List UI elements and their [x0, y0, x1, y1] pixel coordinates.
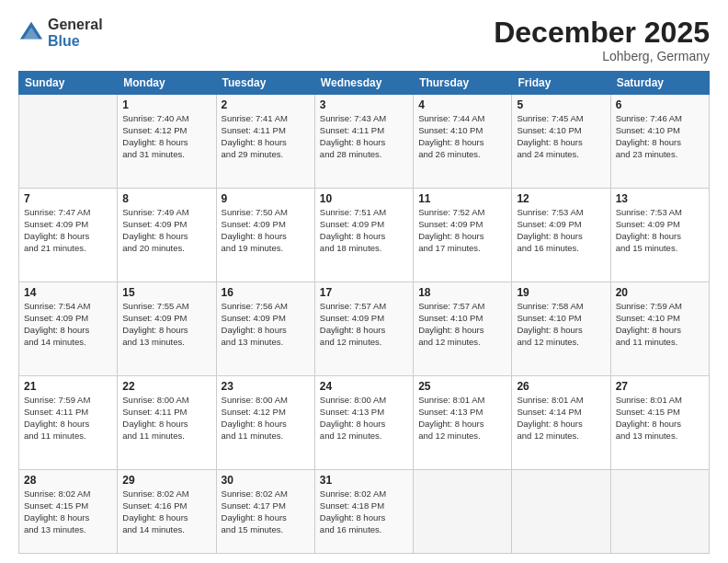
- month-year-title: December 2025: [494, 17, 710, 49]
- day-info: Sunrise: 8:00 AM Sunset: 4:11 PM Dayligh…: [122, 395, 210, 442]
- table-row: 19Sunrise: 7:58 AM Sunset: 4:10 PM Dayli…: [512, 282, 610, 376]
- day-number: 8: [122, 192, 210, 205]
- table-row: 31Sunrise: 8:02 AM Sunset: 4:18 PM Dayli…: [314, 470, 413, 554]
- day-number: 27: [616, 380, 704, 393]
- table-row: 2Sunrise: 7:41 AM Sunset: 4:11 PM Daylig…: [216, 95, 314, 189]
- table-row: 21Sunrise: 7:59 AM Sunset: 4:11 PM Dayli…: [19, 376, 118, 470]
- day-number: 31: [320, 474, 408, 487]
- table-row: 3Sunrise: 7:43 AM Sunset: 4:11 PM Daylig…: [314, 95, 413, 189]
- table-row: 1Sunrise: 7:40 AM Sunset: 4:12 PM Daylig…: [118, 95, 216, 189]
- day-number: 20: [616, 286, 704, 299]
- day-number: 2: [222, 98, 310, 111]
- day-info: Sunrise: 7:49 AM Sunset: 4:09 PM Dayligh…: [122, 207, 210, 254]
- day-info: Sunrise: 7:43 AM Sunset: 4:11 PM Dayligh…: [320, 113, 408, 160]
- page: General Blue December 2025 Lohberg, Germ…: [0, 0, 728, 563]
- day-info: Sunrise: 7:54 AM Sunset: 4:09 PM Dayligh…: [24, 301, 112, 348]
- table-row: 4Sunrise: 7:44 AM Sunset: 4:10 PM Daylig…: [414, 95, 512, 189]
- day-number: 5: [517, 98, 605, 111]
- table-row: 13Sunrise: 7:53 AM Sunset: 4:09 PM Dayli…: [610, 189, 709, 282]
- col-saturday: Saturday: [610, 72, 709, 95]
- day-number: 12: [517, 192, 605, 205]
- day-number: 26: [517, 380, 605, 393]
- logo-icon: [18, 20, 44, 46]
- day-number: 13: [616, 192, 704, 205]
- table-row: 23Sunrise: 8:00 AM Sunset: 4:12 PM Dayli…: [216, 376, 314, 470]
- title-block: December 2025 Lohberg, Germany: [494, 17, 710, 63]
- day-info: Sunrise: 7:58 AM Sunset: 4:10 PM Dayligh…: [517, 301, 605, 348]
- table-row: 28Sunrise: 8:02 AM Sunset: 4:15 PM Dayli…: [19, 470, 118, 554]
- logo: General Blue: [18, 17, 103, 49]
- col-tuesday: Tuesday: [216, 72, 314, 95]
- day-info: Sunrise: 7:57 AM Sunset: 4:09 PM Dayligh…: [320, 301, 408, 348]
- day-number: 23: [222, 380, 310, 393]
- day-info: Sunrise: 7:53 AM Sunset: 4:09 PM Dayligh…: [616, 207, 704, 254]
- day-number: 30: [222, 474, 310, 487]
- table-row: 8Sunrise: 7:49 AM Sunset: 4:09 PM Daylig…: [118, 189, 216, 282]
- day-info: Sunrise: 7:52 AM Sunset: 4:09 PM Dayligh…: [418, 207, 506, 254]
- logo-blue-text: Blue: [48, 33, 103, 50]
- table-row: 17Sunrise: 7:57 AM Sunset: 4:09 PM Dayli…: [314, 282, 413, 376]
- table-row: [19, 95, 118, 189]
- day-info: Sunrise: 7:47 AM Sunset: 4:09 PM Dayligh…: [24, 207, 112, 254]
- day-number: 9: [222, 192, 310, 205]
- calendar-table: Sunday Monday Tuesday Wednesday Thursday…: [18, 71, 710, 554]
- day-info: Sunrise: 7:40 AM Sunset: 4:12 PM Dayligh…: [122, 113, 210, 160]
- day-number: 16: [222, 286, 310, 299]
- day-number: 11: [418, 192, 506, 205]
- table-row: 22Sunrise: 8:00 AM Sunset: 4:11 PM Dayli…: [118, 376, 216, 470]
- day-info: Sunrise: 7:56 AM Sunset: 4:09 PM Dayligh…: [222, 301, 310, 348]
- day-number: 24: [320, 380, 408, 393]
- col-friday: Friday: [512, 72, 610, 95]
- day-info: Sunrise: 8:01 AM Sunset: 4:13 PM Dayligh…: [418, 395, 506, 442]
- day-number: 29: [122, 474, 210, 487]
- logo-text: General Blue: [48, 17, 103, 49]
- day-info: Sunrise: 8:02 AM Sunset: 4:18 PM Dayligh…: [320, 488, 408, 535]
- day-number: 25: [418, 380, 506, 393]
- day-info: Sunrise: 8:01 AM Sunset: 4:15 PM Dayligh…: [616, 395, 704, 442]
- table-row: 12Sunrise: 7:53 AM Sunset: 4:09 PM Dayli…: [512, 189, 610, 282]
- table-row: 6Sunrise: 7:46 AM Sunset: 4:10 PM Daylig…: [610, 95, 709, 189]
- col-wednesday: Wednesday: [314, 72, 413, 95]
- day-info: Sunrise: 7:59 AM Sunset: 4:11 PM Dayligh…: [24, 395, 112, 442]
- day-info: Sunrise: 8:02 AM Sunset: 4:17 PM Dayligh…: [222, 488, 310, 535]
- day-info: Sunrise: 7:41 AM Sunset: 4:11 PM Dayligh…: [222, 113, 310, 160]
- col-thursday: Thursday: [414, 72, 512, 95]
- table-row: 7Sunrise: 7:47 AM Sunset: 4:09 PM Daylig…: [19, 189, 118, 282]
- table-row: 10Sunrise: 7:51 AM Sunset: 4:09 PM Dayli…: [314, 189, 413, 282]
- day-info: Sunrise: 8:02 AM Sunset: 4:15 PM Dayligh…: [24, 488, 112, 535]
- table-row: 27Sunrise: 8:01 AM Sunset: 4:15 PM Dayli…: [610, 376, 709, 470]
- day-info: Sunrise: 7:45 AM Sunset: 4:10 PM Dayligh…: [517, 113, 605, 160]
- day-info: Sunrise: 8:01 AM Sunset: 4:14 PM Dayligh…: [517, 395, 605, 442]
- table-row: 11Sunrise: 7:52 AM Sunset: 4:09 PM Dayli…: [414, 189, 512, 282]
- table-row: 25Sunrise: 8:01 AM Sunset: 4:13 PM Dayli…: [414, 376, 512, 470]
- day-info: Sunrise: 7:53 AM Sunset: 4:09 PM Dayligh…: [517, 207, 605, 254]
- table-row: 14Sunrise: 7:54 AM Sunset: 4:09 PM Dayli…: [19, 282, 118, 376]
- table-row: [512, 470, 610, 554]
- location-subtitle: Lohberg, Germany: [494, 49, 710, 63]
- table-row: 16Sunrise: 7:56 AM Sunset: 4:09 PM Dayli…: [216, 282, 314, 376]
- day-number: 14: [24, 286, 112, 299]
- col-sunday: Sunday: [19, 72, 118, 95]
- day-number: 21: [24, 380, 112, 393]
- day-number: 22: [122, 380, 210, 393]
- day-info: Sunrise: 7:57 AM Sunset: 4:10 PM Dayligh…: [418, 301, 506, 348]
- day-info: Sunrise: 8:00 AM Sunset: 4:13 PM Dayligh…: [320, 395, 408, 442]
- day-number: 18: [418, 286, 506, 299]
- table-row: 30Sunrise: 8:02 AM Sunset: 4:17 PM Dayli…: [216, 470, 314, 554]
- table-row: [414, 470, 512, 554]
- day-number: 15: [122, 286, 210, 299]
- day-number: 6: [616, 98, 704, 111]
- day-info: Sunrise: 7:59 AM Sunset: 4:10 PM Dayligh…: [616, 301, 704, 348]
- day-info: Sunrise: 7:55 AM Sunset: 4:09 PM Dayligh…: [122, 301, 210, 348]
- day-number: 3: [320, 98, 408, 111]
- day-info: Sunrise: 7:51 AM Sunset: 4:09 PM Dayligh…: [320, 207, 408, 254]
- day-info: Sunrise: 8:02 AM Sunset: 4:16 PM Dayligh…: [122, 488, 210, 535]
- day-info: Sunrise: 8:00 AM Sunset: 4:12 PM Dayligh…: [222, 395, 310, 442]
- table-row: [610, 470, 709, 554]
- table-row: 5Sunrise: 7:45 AM Sunset: 4:10 PM Daylig…: [512, 95, 610, 189]
- logo-general-text: General: [48, 17, 103, 33]
- day-number: 28: [24, 474, 112, 487]
- table-row: 9Sunrise: 7:50 AM Sunset: 4:09 PM Daylig…: [216, 189, 314, 282]
- table-row: 26Sunrise: 8:01 AM Sunset: 4:14 PM Dayli…: [512, 376, 610, 470]
- table-row: 18Sunrise: 7:57 AM Sunset: 4:10 PM Dayli…: [414, 282, 512, 376]
